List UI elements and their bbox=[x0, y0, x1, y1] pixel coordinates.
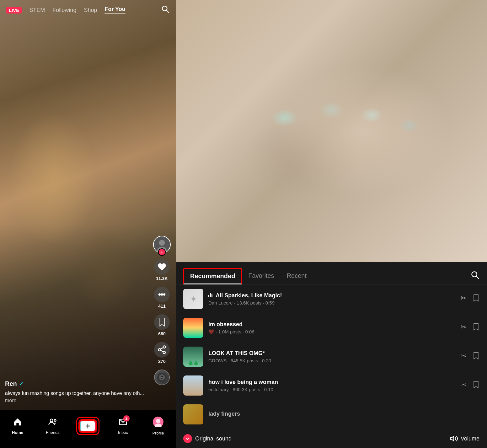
video-preview-nail bbox=[176, 0, 487, 262]
creator-name-text[interactable]: Ren bbox=[5, 380, 17, 387]
sound-title-4: how i love being a woman bbox=[208, 379, 456, 386]
bookmark-icon-3[interactable] bbox=[473, 352, 479, 361]
sound-meta-4: editdiaary · 860.3K posts · 0:10 bbox=[208, 387, 456, 392]
top-navigation: LIVE STEM Following Shop For You bbox=[0, 0, 176, 20]
sound-search-icon[interactable] bbox=[471, 271, 479, 282]
svg-line-11 bbox=[161, 350, 163, 352]
sound-thumb-4 bbox=[183, 375, 203, 396]
playing-text: Original sound bbox=[195, 435, 232, 442]
sound-item-1[interactable]: ✦ All Sparkles, Like Magic! bbox=[176, 284, 487, 313]
nav-create-button[interactable] bbox=[75, 417, 100, 435]
profile-label: Profile bbox=[153, 431, 164, 435]
sound-title-5: lady fingers bbox=[208, 411, 479, 417]
cut-icon-4[interactable]: ✂ bbox=[461, 381, 466, 390]
create-button-wrapper[interactable] bbox=[76, 417, 99, 435]
sound-thumb-3: 🌲🌲 bbox=[183, 347, 203, 367]
sound-thumb-5 bbox=[183, 404, 203, 424]
verified-icon: ✓ bbox=[19, 381, 24, 387]
sound-thumb-2 bbox=[183, 318, 203, 338]
nav-item-shop[interactable]: Shop bbox=[84, 7, 97, 13]
like-count: 11.3K bbox=[156, 276, 168, 281]
volume-button[interactable]: Volume bbox=[450, 435, 479, 443]
bookmark-icon-4[interactable] bbox=[473, 381, 479, 390]
nail-video-background bbox=[176, 0, 487, 262]
inbox-label: Inbox bbox=[118, 430, 128, 435]
cut-icon-1[interactable]: ✂ bbox=[461, 294, 466, 304]
sound-info-2: im obsessed ❤️ · 1.0M posts · 0:06 bbox=[208, 321, 456, 335]
svg-point-5 bbox=[161, 293, 163, 296]
svg-point-6 bbox=[158, 293, 161, 296]
bookmark-icon-2[interactable] bbox=[473, 323, 479, 332]
live-badge[interactable]: LIVE bbox=[6, 7, 22, 13]
sound-info-5: lady fingers bbox=[208, 411, 479, 418]
tab-favorites[interactable]: Favorites bbox=[242, 268, 280, 284]
comment-count: 411 bbox=[158, 304, 165, 309]
svg-point-18 bbox=[54, 419, 56, 421]
tab-recommended[interactable]: Recommended bbox=[183, 268, 242, 284]
nav-item-stem[interactable]: STEM bbox=[29, 7, 45, 13]
sound-list: ✦ All Sparkles, Like Magic! bbox=[176, 284, 487, 429]
svg-point-17 bbox=[50, 419, 53, 422]
svg-marker-27 bbox=[451, 436, 454, 441]
sound-disc-button[interactable] bbox=[154, 370, 170, 385]
sound-thumb-1: ✦ bbox=[183, 289, 203, 309]
volume-label: Volume bbox=[461, 435, 479, 442]
comment-button[interactable]: 411 bbox=[154, 287, 170, 309]
share-button[interactable]: 270 bbox=[154, 342, 170, 364]
bookmark-count: 680 bbox=[158, 331, 165, 336]
bookmark-icon-1[interactable] bbox=[473, 294, 479, 304]
nav-home-button[interactable]: Home bbox=[5, 417, 30, 435]
sound-title-3: LOOK AT THIS OMG* bbox=[208, 350, 456, 357]
cut-icon-2[interactable]: ✂ bbox=[461, 323, 466, 332]
nav-item-for-you[interactable]: For You bbox=[104, 6, 125, 14]
left-video-panel: LIVE STEM Following Shop For You + 11.3K bbox=[0, 0, 176, 448]
sound-item-3[interactable]: 🌲🌲 LOOK AT THIS OMG* GROWS · 645.5K post… bbox=[176, 342, 487, 371]
svg-point-22 bbox=[156, 419, 160, 423]
home-label: Home bbox=[12, 430, 23, 435]
now-playing-indicator: Original sound bbox=[183, 434, 446, 443]
video-info: Ren ✓ always fun mashing songs up togeth… bbox=[5, 380, 151, 404]
sound-meta-2: ❤️ · 1.0M posts · 0:06 bbox=[208, 329, 456, 335]
sound-item-5[interactable]: lady fingers bbox=[176, 400, 487, 429]
sound-info-1: All Sparkles, Like Magic! Dan Lucore · 1… bbox=[208, 292, 456, 305]
like-button[interactable]: 11.3K bbox=[154, 259, 170, 281]
nav-friends-button[interactable]: Friends bbox=[40, 417, 65, 435]
sound-panel: Recommended Favorites Recent ✦ bbox=[176, 262, 487, 448]
svg-point-26 bbox=[185, 436, 190, 441]
friends-icon bbox=[48, 417, 57, 429]
sound-info-4: how i love being a woman editdiaary · 86… bbox=[208, 379, 456, 392]
nav-item-following[interactable]: Following bbox=[52, 7, 76, 13]
nav-inbox-button[interactable]: 2 Inbox bbox=[110, 417, 136, 435]
profile-avatar-icon bbox=[153, 417, 163, 429]
video-action-buttons: + 11.3K 411 680 270 bbox=[153, 236, 171, 385]
svg-point-3 bbox=[159, 240, 165, 246]
sound-item-2[interactable]: im obsessed ❤️ · 1.0M posts · 0:06 ✂ bbox=[176, 313, 487, 342]
svg-line-25 bbox=[476, 276, 479, 279]
sound-bottom-bar: Original sound Volume bbox=[176, 429, 487, 448]
svg-point-7 bbox=[163, 293, 166, 296]
sound-tabs: Recommended Favorites Recent bbox=[176, 262, 487, 284]
sound-item-4[interactable]: how i love being a woman editdiaary · 86… bbox=[176, 371, 487, 400]
inbox-badge: 2 bbox=[123, 415, 130, 422]
sound-meta-1: Dan Lucore · 13.6K posts · 0:59 bbox=[208, 300, 456, 305]
search-icon[interactable] bbox=[161, 5, 169, 15]
sound-title-1: All Sparkles, Like Magic! bbox=[208, 292, 456, 299]
sound-actions-2: ✂ bbox=[461, 323, 479, 332]
bottom-navigation: Home Friends 2 bbox=[0, 410, 176, 448]
caption-more-link[interactable]: more bbox=[5, 398, 16, 403]
friends-label: Friends bbox=[46, 430, 59, 435]
sound-title-2: im obsessed bbox=[208, 321, 456, 328]
creator-avatar[interactable]: + bbox=[153, 236, 171, 253]
nav-profile-button[interactable]: Profile bbox=[146, 417, 171, 435]
inbox-icon-wrapper: 2 bbox=[118, 417, 128, 429]
svg-point-16 bbox=[161, 377, 163, 378]
sound-info-3: LOOK AT THIS OMG* GROWS · 645.5K posts ·… bbox=[208, 350, 456, 363]
create-icon[interactable] bbox=[79, 420, 97, 432]
svg-line-1 bbox=[166, 10, 169, 13]
svg-line-12 bbox=[161, 348, 163, 349]
follow-plus-button[interactable]: + bbox=[158, 248, 166, 256]
cut-icon-3[interactable]: ✂ bbox=[461, 352, 466, 361]
right-panel: Recommended Favorites Recent ✦ bbox=[176, 0, 487, 448]
bookmark-button[interactable]: 680 bbox=[154, 314, 170, 336]
tab-recent[interactable]: Recent bbox=[281, 268, 313, 284]
